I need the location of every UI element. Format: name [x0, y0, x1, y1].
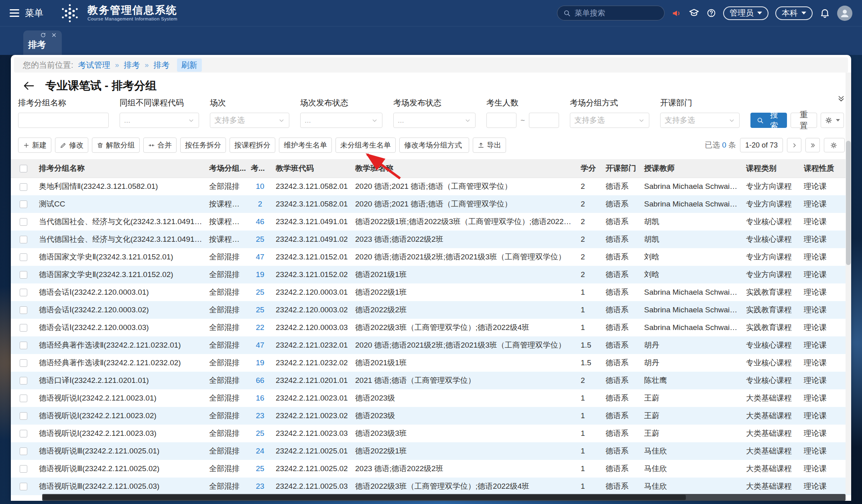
- last-page-button[interactable]: [805, 138, 820, 152]
- filter-input-group-name[interactable]: [18, 113, 109, 128]
- toolbar-button-export[interactable]: 导出: [473, 138, 506, 153]
- column-settings-button[interactable]: [824, 138, 845, 152]
- student-count-link[interactable]: 46: [256, 217, 264, 226]
- table-row[interactable]: 德语国家文学史Ⅱ(23242.3.121.0152.02)全部混排1923242…: [11, 266, 851, 283]
- reset-button[interactable]: 重置: [791, 113, 817, 128]
- student-count-link[interactable]: 19: [256, 358, 264, 367]
- filter-settings-button[interactable]: [821, 113, 844, 128]
- table-row[interactable]: 德语视听说Ⅲ(23242.2.121.0025.02)全部混排2523242.2…: [11, 460, 851, 478]
- toolbar-button-change-room-group-mode[interactable]: 修改考场分组方式: [399, 138, 469, 153]
- toolbar-button-maintain-student-list[interactable]: 维护考生名单: [279, 138, 332, 153]
- search-button[interactable]: 搜索: [750, 113, 787, 128]
- filter-select-department[interactable]: 支持多选: [660, 113, 740, 128]
- filter-select-session-publish-status[interactable]: ...: [300, 113, 382, 128]
- table-row[interactable]: 德语会话Ⅰ(23242.2.120.0003.01)全部混排2523242.2.…: [11, 283, 851, 301]
- row-checkbox[interactable]: [20, 483, 27, 490]
- table-row[interactable]: 当代德国社会、经济与文化(23242.3.121.0491.01)按课程分组46…: [11, 213, 851, 231]
- horizontal-scrollbar[interactable]: [42, 494, 846, 501]
- row-checkbox[interactable]: [20, 465, 27, 473]
- page-range-box[interactable]: 1-20 of 73: [740, 138, 783, 152]
- filter-select-room-publish-status[interactable]: ...: [393, 113, 476, 128]
- student-count-link[interactable]: 23: [256, 482, 264, 490]
- user-avatar[interactable]: [837, 6, 852, 21]
- filter-select-room-group-mode[interactable]: 支持多选: [570, 113, 649, 128]
- row-checkbox[interactable]: [20, 342, 27, 349]
- student-count-link[interactable]: 24: [256, 447, 264, 455]
- next-page-button[interactable]: [787, 138, 801, 152]
- table-row[interactable]: 德语会话Ⅰ(23242.2.120.0003.03)全部混排2223242.2.…: [11, 319, 851, 336]
- toolbar-button-edit[interactable]: 修改: [55, 138, 88, 153]
- vertical-scrollbar[interactable]: [846, 73, 851, 494]
- student-count-link[interactable]: 66: [256, 376, 264, 385]
- select-all-checkbox[interactable]: [20, 165, 27, 172]
- student-count-link[interactable]: 47: [256, 341, 264, 349]
- breadcrumb-refresh-button[interactable]: 刷新: [177, 59, 202, 72]
- student-count-link[interactable]: 16: [256, 394, 264, 402]
- table-row[interactable]: 测试CC按课程分组223242.3.121.0582.012020 德语;202…: [11, 195, 851, 213]
- tab-refresh-icon[interactable]: [40, 32, 46, 38]
- student-count-link[interactable]: 19: [256, 270, 264, 279]
- table-row[interactable]: 德语视听说Ⅰ(23242.2.121.0023.02)全部混排2323242.2…: [11, 407, 851, 425]
- row-checkbox[interactable]: [20, 395, 27, 402]
- row-checkbox[interactable]: [20, 271, 27, 279]
- row-checkbox[interactable]: [20, 200, 27, 208]
- filter-select-same-group-diff-course-code[interactable]: ...: [120, 113, 199, 128]
- row-checkbox[interactable]: [20, 218, 27, 226]
- toolbar-button-disband-group[interactable]: 解散分组: [92, 138, 140, 153]
- table-row[interactable]: 德语视听说Ⅲ(23242.2.121.0025.01)全部混排2423242.2…: [11, 442, 851, 460]
- announcement-icon[interactable]: [671, 8, 682, 18]
- table-row[interactable]: 德语国家文学史Ⅱ(23242.3.121.0152.01)全部混排4723242…: [11, 248, 851, 266]
- row-checkbox[interactable]: [20, 236, 27, 243]
- breadcrumb-link[interactable]: 排考: [124, 60, 140, 71]
- row-checkbox[interactable]: [20, 359, 27, 367]
- menu-label[interactable]: 菜单: [25, 7, 43, 19]
- row-checkbox[interactable]: [20, 412, 27, 420]
- tab-exam-arrangement[interactable]: 排考: [23, 30, 62, 55]
- breadcrumb-link[interactable]: 排考: [154, 60, 170, 71]
- horizontal-scrollbar-thumb[interactable]: [43, 495, 686, 500]
- toolbar-button-ungrouped-student-list[interactable]: 未分组考生名单: [335, 138, 396, 153]
- row-checkbox[interactable]: [20, 306, 27, 314]
- student-count-link[interactable]: 25: [256, 288, 264, 296]
- bell-icon[interactable]: [819, 8, 830, 18]
- hamburger-menu-icon[interactable]: [10, 9, 19, 17]
- student-count-link[interactable]: 25: [256, 464, 264, 473]
- tab-close-icon[interactable]: [51, 32, 57, 38]
- back-arrow-icon[interactable]: [23, 80, 35, 92]
- table-row[interactable]: 奥地利国情Ⅱ(23242.3.121.0582.01)全部混排1023242.3…: [11, 178, 851, 195]
- student-count-link[interactable]: 10: [256, 182, 264, 190]
- table-row[interactable]: 当代德国社会、经济与文化(23242.3.121.0491.02)按课程分组25…: [11, 231, 851, 248]
- menu-search-box[interactable]: [557, 6, 665, 20]
- row-checkbox[interactable]: [20, 377, 27, 385]
- row-checkbox[interactable]: [20, 447, 27, 455]
- row-checkbox[interactable]: [20, 289, 27, 296]
- table-row[interactable]: 德语经典著作选读Ⅱ(23242.2.121.0232.01)全部混排472324…: [11, 336, 851, 354]
- student-count-link[interactable]: 23: [256, 411, 264, 420]
- toolbar-button-create[interactable]: 新建: [18, 138, 51, 153]
- table-row[interactable]: 德语视听说Ⅰ(23242.2.121.0023.03)全部混排2523242.2…: [11, 425, 851, 442]
- help-icon[interactable]: [706, 8, 716, 18]
- student-count-link[interactable]: 25: [256, 306, 264, 314]
- breadcrumb-link[interactable]: 考试管理: [78, 60, 110, 71]
- toolbar-button-merge[interactable]: 合并: [143, 138, 177, 153]
- level-switch-button[interactable]: 本科: [775, 6, 813, 20]
- vertical-scrollbar-thumb[interactable]: [846, 141, 851, 265]
- graduation-cap-icon[interactable]: [689, 8, 699, 18]
- filter-input-student-count-min[interactable]: [486, 113, 516, 128]
- table-row[interactable]: 德语视听说Ⅰ(23242.2.121.0023.01)全部混排1623242.2…: [11, 389, 851, 407]
- row-checkbox[interactable]: [20, 324, 27, 332]
- table-row[interactable]: 德语会话Ⅰ(23242.2.120.0003.02)全部混排2523242.2.…: [11, 301, 851, 319]
- student-count-link[interactable]: 25: [256, 429, 264, 437]
- filter-select-session[interactable]: 支持多选: [210, 113, 289, 128]
- table-row[interactable]: 德语经典著作选读Ⅱ(23242.2.121.0232.02)全部混排192324…: [11, 354, 851, 372]
- student-count-link[interactable]: 25: [256, 235, 264, 243]
- student-count-link[interactable]: 2: [258, 200, 262, 208]
- collapse-filters-icon[interactable]: [837, 94, 846, 103]
- student-count-link[interactable]: 22: [256, 323, 264, 332]
- row-checkbox[interactable]: [20, 430, 27, 437]
- filter-input-student-count-max[interactable]: [529, 113, 559, 128]
- row-checkbox[interactable]: [20, 253, 27, 261]
- toolbar-button-split-by-course[interactable]: 按课程拆分: [230, 138, 275, 153]
- menu-search-input[interactable]: [575, 9, 659, 18]
- student-count-link[interactable]: 47: [256, 253, 264, 261]
